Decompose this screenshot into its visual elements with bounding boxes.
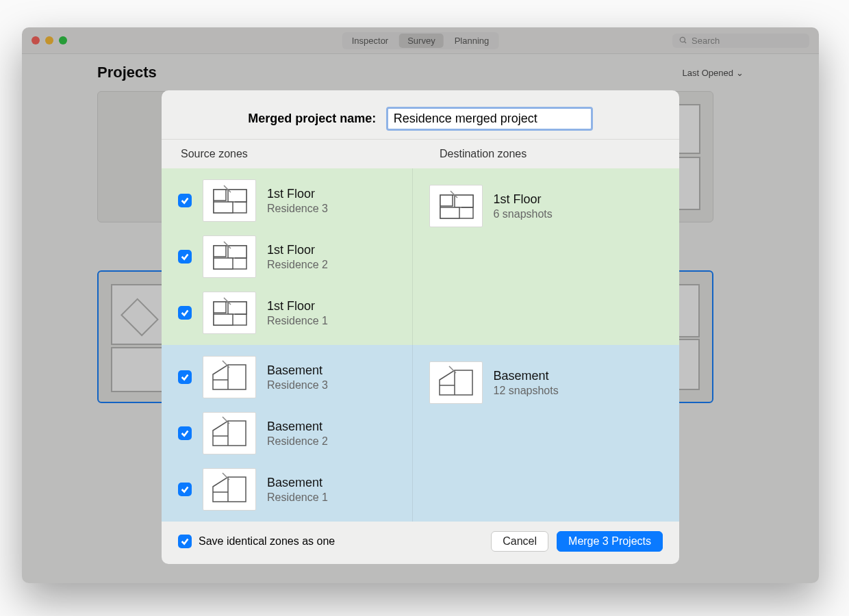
app-window: Inspector Survey Planning Search Project… [22, 27, 819, 583]
merge-projects-modal: Merged project name: Source zones Destin… [162, 90, 679, 564]
zone-group: 1st FloorResidence 31st FloorResidence 2… [162, 168, 679, 345]
zone-checkbox[interactable] [178, 250, 192, 264]
source-zone-row[interactable]: 1st FloorResidence 1 [162, 285, 412, 341]
zone-project: Residence 3 [267, 379, 328, 392]
floorplan-thumbnail-icon [203, 356, 256, 398]
source-zone-row[interactable]: BasementResidence 2 [162, 405, 412, 461]
zone-checkbox[interactable] [178, 306, 192, 320]
zone-checkbox[interactable] [178, 426, 192, 440]
zone-snapshots: 6 snapshots [494, 208, 553, 220]
svg-rect-21 [440, 207, 459, 218]
destination-zone-row: Basement12 snapshots [429, 355, 680, 411]
zone-group: BasementResidence 3BasementResidence 2Ba… [162, 345, 679, 522]
cancel-button[interactable]: Cancel [491, 531, 548, 552]
svg-rect-19 [440, 195, 453, 206]
merged-name-input[interactable] [386, 107, 593, 131]
zone-project: Residence 2 [267, 435, 328, 448]
zone-snapshots: 12 snapshots [494, 385, 559, 397]
source-zones-header: Source zones [162, 140, 420, 168]
zone-project: Residence 2 [267, 259, 328, 271]
svg-rect-3 [214, 202, 233, 213]
svg-marker-32 [213, 477, 246, 502]
zone-project: Residence 3 [267, 203, 328, 215]
zone-project: Residence 1 [267, 315, 328, 327]
svg-marker-28 [213, 421, 246, 446]
floorplan-thumbnail-icon [203, 468, 256, 511]
svg-rect-8 [228, 246, 246, 258]
save-identical-checkbox[interactable] [178, 535, 192, 548]
zone-name: 1st Floor [267, 187, 328, 201]
floorplan-thumbnail-icon [203, 179, 256, 222]
svg-rect-1 [214, 190, 226, 201]
svg-marker-36 [440, 370, 472, 395]
svg-rect-9 [214, 258, 233, 269]
source-zone-row[interactable]: BasementResidence 3 [162, 349, 412, 405]
floorplan-thumbnail-icon [203, 292, 256, 334]
floorplan-thumbnail-icon [203, 412, 256, 454]
zone-project: Residence 1 [267, 491, 328, 504]
zone-name: Basement [494, 369, 559, 383]
floorplan-thumbnail-icon [429, 185, 483, 227]
svg-rect-14 [228, 302, 246, 314]
merge-button[interactable]: Merge 3 Projects [557, 531, 663, 552]
svg-rect-2 [228, 190, 246, 202]
source-zone-row[interactable]: BasementResidence 1 [162, 461, 412, 517]
zone-checkbox[interactable] [178, 370, 192, 384]
zone-checkbox[interactable] [178, 483, 192, 496]
zone-checkbox[interactable] [178, 194, 192, 207]
destination-zones-header: Destination zones [420, 140, 679, 168]
zone-name: Basement [267, 476, 328, 490]
destination-zone-row: 1st Floor6 snapshots [429, 178, 680, 234]
zone-name: 1st Floor [267, 299, 328, 313]
svg-rect-15 [214, 314, 233, 325]
zone-name: 1st Floor [494, 192, 553, 207]
svg-rect-7 [214, 246, 226, 257]
svg-rect-20 [455, 195, 473, 207]
svg-rect-13 [214, 302, 226, 313]
zone-name: 1st Floor [267, 243, 328, 257]
source-zone-row[interactable]: 1st FloorResidence 3 [162, 172, 412, 229]
floorplan-thumbnail-icon [203, 235, 256, 278]
svg-marker-24 [213, 365, 246, 389]
source-zone-row[interactable]: 1st FloorResidence 2 [162, 229, 412, 285]
floorplan-thumbnail-icon [429, 361, 483, 404]
merged-name-label: Merged project name: [248, 112, 376, 125]
zone-name: Basement [267, 420, 328, 434]
save-identical-label: Save identical zones as one [199, 535, 335, 548]
zone-name: Basement [267, 363, 328, 378]
